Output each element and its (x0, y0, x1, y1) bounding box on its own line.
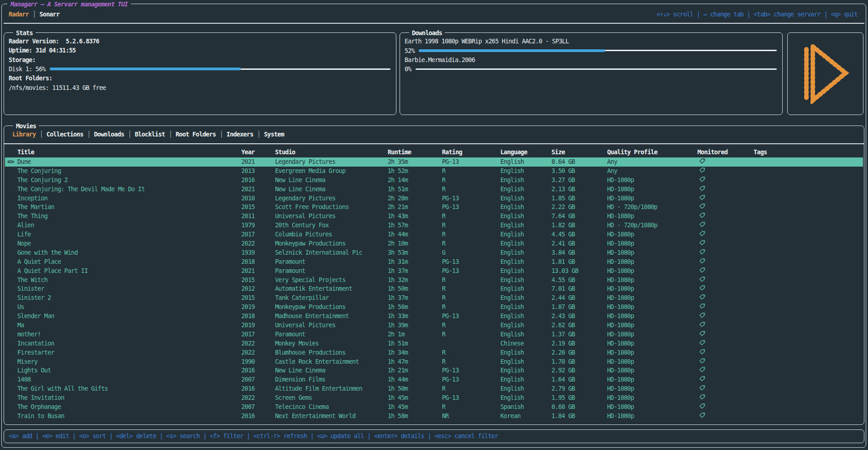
cell-runtime: 1h 50m (388, 384, 442, 393)
table-row[interactable]: Firestarter2022Blumhouse Productions1h 3… (5, 348, 863, 357)
cell-language: English (500, 348, 551, 357)
table-row[interactable]: The Girl with All the Gifts2016Altitude … (5, 384, 863, 393)
cell-runtime: 1h 51m (388, 339, 442, 348)
cell-quality: HD-1080p (607, 321, 697, 330)
stats-panel: Stats Radarr Version: 5.2.6.8376 Uptime:… (4, 32, 396, 115)
download-gauge (419, 46, 778, 55)
cell-monitored (697, 393, 754, 403)
cell-size: 7.01 GB (551, 284, 607, 293)
cell-title: The Thing (5, 212, 241, 221)
table-row[interactable]: Nope2022Monkeypaw Productions2h 10mREngl… (5, 239, 863, 248)
cell-title: The Witch (5, 276, 241, 285)
table-row[interactable]: The Invitation2022Screen Gems1h 45mPG-13… (5, 393, 863, 403)
cell-rating: PG-13 (442, 393, 500, 403)
cell-runtime: 1h 51m (388, 185, 442, 194)
cell-rating: R (442, 212, 500, 221)
cell-studio: Tank Caterpillar (275, 293, 388, 303)
table-row[interactable]: =>Dune2021Legendary Pictures2h 35mPG-13E… (5, 157, 863, 167)
cell-year: 1979 (241, 221, 275, 230)
cell-quality: HD-1080p (607, 312, 697, 321)
cell-studio: Scott Free Productions (275, 203, 388, 212)
cell-language: English (500, 267, 551, 276)
cell-language: English (500, 230, 551, 239)
cell-title: The Martian (5, 203, 241, 212)
tab-blocklist[interactable]: Blocklist (135, 131, 165, 138)
download-progress-row: 52% (405, 46, 778, 55)
tab-sonarr[interactable]: Sonarr (39, 10, 59, 18)
tab-radarr[interactable]: Radarr (9, 10, 29, 18)
table-row[interactable]: Train to Busan2016Next Entertainment Wor… (5, 412, 863, 421)
table-row[interactable]: Misery1990Castle Rock Entertainment1h 47… (5, 357, 863, 366)
cell-language: English (500, 330, 551, 339)
cell-studio: Telecinco Cinema (275, 403, 388, 412)
cell-language: English (500, 257, 551, 267)
cell-rating: G (442, 248, 500, 257)
cell-language: English (500, 284, 551, 293)
cell-studio: Blumhouse Productions (275, 348, 388, 357)
tag-icon (699, 285, 705, 291)
cell-rating: PG-13 (442, 157, 500, 167)
cell-size: 4.55 GB (551, 276, 607, 285)
table-row[interactable]: A Quiet Place2018Paramount1h 31mPG-13Eng… (5, 257, 863, 267)
table-row[interactable]: The Martian2015Scott Free Productions2h … (5, 203, 863, 212)
gauge-track (416, 68, 777, 70)
cell-size: 3.84 GB (551, 248, 607, 257)
table-row[interactable]: Inception2010Legendary Pictures2h 28mPG-… (5, 194, 863, 203)
cell-title: Lights Out (5, 366, 241, 375)
cell-size: 2.44 GB (551, 293, 607, 303)
cell-language: English (500, 157, 551, 167)
table-row[interactable]: The Orphanage2007Telecinco Cinema1h 45mR… (5, 403, 863, 412)
selected-row-marker: => (7, 157, 14, 167)
table-row[interactable]: Alien197920th Century Fox1h 57mREnglish1… (5, 221, 863, 230)
download-item-name: Barbie.Mermaidia.2006 (405, 55, 778, 64)
cell-runtime: 2h 21m (388, 203, 442, 212)
table-row[interactable]: Ma2019Universal Pictures1h 39mREnglish2.… (5, 321, 863, 330)
cell-year: 2017 (241, 230, 275, 239)
table-row[interactable]: Sinister 22015Tank Caterpillar1h 37mREng… (5, 293, 863, 303)
table-row[interactable]: Gone with the Wind1939Selznick Internati… (5, 248, 863, 257)
table-row[interactable]: The Witch2015Very Special Projects1h 32m… (5, 276, 863, 285)
tag-icon (699, 212, 705, 219)
cell-quality: HD-1080p (607, 185, 697, 194)
cell-size: 1.81 GB (551, 257, 607, 267)
cell-title: Sinister 2 (5, 293, 241, 303)
table-row[interactable]: Lights Out2016New Line Cinema1h 21mPG-13… (5, 366, 863, 375)
tab-downloads[interactable]: Downloads (94, 131, 124, 138)
table-row[interactable]: 14082007Dimension Films1h 44mPG-13Englis… (5, 375, 863, 384)
cell-runtime: 1h 45m (388, 393, 442, 403)
tab-system[interactable]: System (264, 131, 284, 138)
table-row[interactable]: Sinister2012Automatik Entertainment1h 50… (5, 284, 863, 293)
cell-monitored (697, 257, 754, 267)
tag-icon (699, 366, 705, 373)
table-row[interactable]: Us2019Monkeypaw Productions1h 56mREnglis… (5, 303, 863, 312)
cell-quality: HD-1080p (607, 239, 697, 248)
cell-title: Life (5, 230, 241, 239)
cell-rating: R (442, 176, 500, 185)
cell-monitored (697, 267, 754, 276)
cell-runtime: 1h 44m (388, 230, 442, 239)
cell-size: 2.41 GB (551, 239, 607, 248)
cell-monitored (697, 167, 754, 176)
cell-quality: HD-1080p (607, 212, 697, 221)
table-row[interactable]: mother!2017Paramount2h 1mREnglish1.37 GB… (5, 330, 863, 339)
cell-language: English (500, 276, 551, 285)
table-row[interactable]: Incantation2022Monkey Movies1h 51mChines… (5, 339, 863, 348)
cell-language: English (500, 194, 551, 203)
tab-library[interactable]: Library (12, 131, 36, 138)
table-row[interactable]: Slender Man2018Madhouse Entertainment1h … (5, 312, 863, 321)
table-row[interactable]: The Conjuring 22016New Line Cinema2h 14m… (5, 176, 863, 185)
cell-year: 2018 (241, 257, 275, 267)
tab-collections[interactable]: Collections (47, 131, 83, 138)
table-row[interactable]: The Conjuring: The Devil Made Me Do It20… (5, 185, 863, 194)
table-row[interactable]: Life2017Columbia Pictures1h 44mREnglish4… (5, 230, 863, 239)
table-row[interactable]: The Thing2011Universal Pictures1h 43mREn… (5, 212, 863, 221)
tag-icon (699, 312, 705, 318)
cell-title: Firestarter (5, 348, 241, 357)
download-gauge (416, 64, 778, 73)
tab-indexers[interactable]: Indexers (227, 131, 254, 138)
table-row[interactable]: The Conjuring2013Evergreen Media Group1h… (5, 167, 863, 176)
tab-root-folders[interactable]: Root Folders (176, 131, 216, 138)
cell-rating: R (442, 357, 500, 366)
table-row[interactable]: A Quiet Place Part II2021Paramount1h 37m… (5, 267, 863, 276)
cell-size: 3.50 GB (551, 167, 607, 176)
